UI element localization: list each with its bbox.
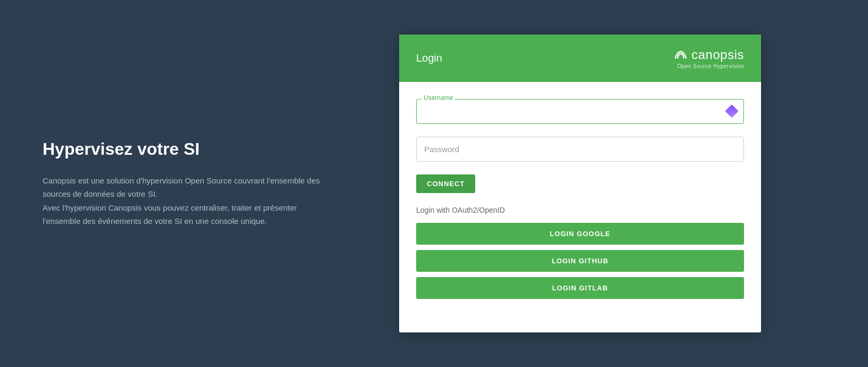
login-github-button[interactable]: LOGIN GITHUB <box>416 250 744 272</box>
password-field-wrapper <box>416 137 744 162</box>
main-heading: Hypervisez votre SI <box>43 139 357 159</box>
logo-name: canopsis <box>673 47 744 62</box>
username-label: Username <box>421 94 455 102</box>
username-input[interactable] <box>416 99 744 124</box>
canopsis-logo: canopsis Open Source Hypervision <box>673 47 744 69</box>
username-field-wrapper: Username <box>416 99 744 124</box>
login-gitlab-button[interactable]: LOGIN GITLAB <box>416 277 744 299</box>
login-google-button[interactable]: LOGIN GOOGLE <box>416 223 744 245</box>
login-panel: Login canopsis Open Source Hypervision U… <box>399 35 761 332</box>
oauth-label: Login with OAuth2/OpenID <box>416 206 744 214</box>
left-panel: Hypervisez votre SI Canopsis est une sol… <box>0 107 399 260</box>
connect-button[interactable]: CONNECT <box>416 174 475 193</box>
login-body: Username CONNECT Login with OAuth2/OpenI… <box>399 82 761 318</box>
logo-arc-icon <box>673 49 688 60</box>
logo-subtitle: Open Source Hypervision <box>677 63 744 69</box>
password-input[interactable] <box>416 137 744 162</box>
autofill-icon <box>727 106 738 117</box>
login-title: Login <box>416 52 442 64</box>
description: Canopsis est une solution d'hypervision … <box>43 174 351 228</box>
login-header: Login canopsis Open Source Hypervision <box>399 35 761 82</box>
